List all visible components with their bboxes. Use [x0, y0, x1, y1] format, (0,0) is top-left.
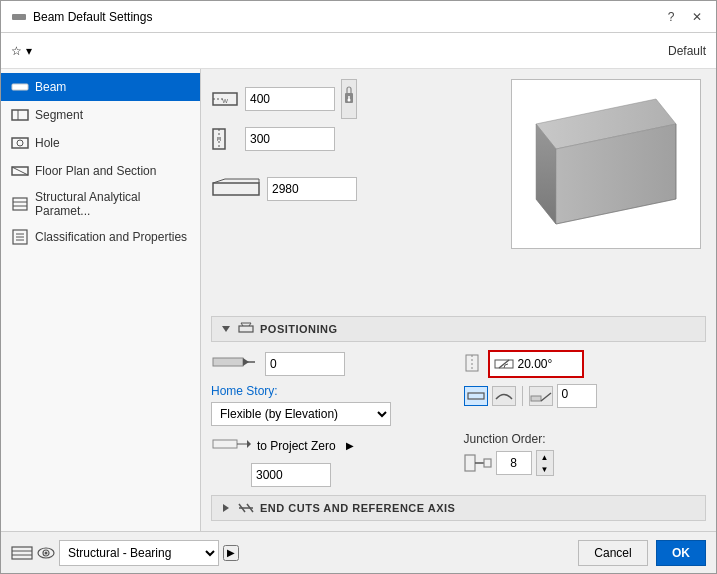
svg-rect-1 [12, 84, 28, 90]
sidebar-item-beam[interactable]: Beam [1, 73, 200, 101]
length-input[interactable] [267, 177, 357, 201]
svg-rect-25 [213, 183, 259, 195]
hole-sidebar-icon [11, 134, 29, 152]
length-row [211, 175, 501, 203]
junction-up-button[interactable]: ▲ [537, 451, 553, 463]
width-row: W [211, 79, 501, 119]
positioning-icons-row: 0 [464, 384, 707, 408]
junction-value-display: 0 [557, 384, 597, 408]
close-button[interactable]: ✕ [688, 8, 706, 26]
structural-select[interactable]: Structural - Bearing [59, 540, 219, 566]
lock-button[interactable] [341, 79, 357, 119]
end-cuts-section-icon [238, 500, 254, 516]
sidebar-item-classification[interactable]: Classification and Properties [1, 223, 200, 251]
angle-box [488, 350, 584, 378]
end-cuts-header[interactable]: END CUTS AND REFERENCE AXIS [211, 495, 706, 521]
elevation2-row [211, 463, 454, 487]
pos-icon-slope[interactable] [529, 386, 553, 406]
angle-icon [494, 354, 514, 374]
beam-preview [511, 79, 701, 249]
floor-plan-sidebar-icon [11, 162, 29, 180]
title-bar-left: Beam Default Settings [11, 9, 152, 25]
title-icon [11, 9, 27, 25]
header-bar: ☆ ▾ Default [1, 33, 716, 69]
top-section: W [211, 79, 706, 308]
positioning-section-label: POSITIONING [260, 323, 338, 335]
sidebar-item-hole[interactable]: Hole [1, 129, 200, 157]
sidebar-label-beam: Beam [35, 80, 66, 94]
pos-icon-flat[interactable] [464, 386, 488, 406]
footer-left: Structural - Bearing ▶ [11, 540, 239, 566]
positioning-header[interactable]: POSITIONING [211, 316, 706, 342]
footer-bar: Structural - Bearing ▶ Cancel OK [1, 531, 716, 573]
svg-marker-42 [243, 358, 249, 366]
project-zero-icon [211, 432, 251, 459]
sidebar-item-floor-plan[interactable]: Floor Plan and Section [1, 157, 200, 185]
icon-separator [522, 386, 523, 406]
window-title: Beam Default Settings [33, 10, 152, 24]
end-cuts-expand-icon [220, 502, 232, 514]
title-bar-right: ? ✕ [662, 8, 706, 26]
svg-point-21 [348, 99, 351, 102]
cancel-button[interactable]: Cancel [578, 540, 648, 566]
elevation2-input[interactable] [251, 463, 331, 487]
svg-marker-35 [222, 326, 230, 332]
eye-icon [37, 544, 55, 562]
svg-text:H: H [217, 136, 221, 142]
svg-rect-53 [465, 455, 475, 471]
angle-col [464, 350, 707, 378]
project-zero-arrow[interactable]: ▶ [342, 438, 358, 454]
segment-sidebar-icon [11, 106, 29, 124]
home-story-select[interactable]: Flexible (by Elevation) [211, 402, 391, 426]
svg-rect-40 [213, 358, 243, 366]
angle-connector-icon [464, 351, 480, 378]
ok-button[interactable]: OK [656, 540, 706, 566]
pos-row-3: to Project Zero ▶ Junction Order: [211, 432, 706, 487]
junction-down-button[interactable]: ▼ [537, 463, 553, 475]
length-icon [211, 175, 261, 203]
sidebar-item-segment[interactable]: Segment [1, 101, 200, 129]
structural-arrow-button[interactable]: ▶ [223, 545, 239, 561]
height-icon: H [211, 125, 239, 153]
to-project-zero-label: to Project Zero [257, 439, 336, 453]
width-icon: W [211, 85, 239, 113]
favorites-button[interactable]: ☆ ▾ [11, 44, 32, 58]
positioning-collapse-icon [220, 323, 232, 335]
width-input[interactable] [245, 87, 335, 111]
footer-right: Cancel OK [578, 540, 706, 566]
elevation-icon [211, 350, 257, 377]
svg-rect-2 [12, 110, 28, 120]
main-window: Beam Default Settings ? ✕ ☆ ▾ Default Be… [0, 0, 717, 574]
svg-point-65 [45, 551, 48, 554]
sidebar-label-structural: Structural Analytical Paramet... [35, 190, 190, 218]
junction-icon [464, 451, 492, 475]
junction-spinner: ▲ ▼ [536, 450, 554, 476]
height-row: H [211, 125, 501, 153]
help-button[interactable]: ? [662, 8, 680, 26]
structural-icon [11, 542, 33, 564]
svg-rect-0 [12, 14, 26, 20]
project-zero-row: to Project Zero ▶ [211, 432, 454, 459]
home-story-col: Home Story: Flexible (by Elevation) [211, 384, 454, 426]
elevation-input[interactable] [265, 352, 345, 376]
svg-marker-52 [247, 440, 251, 448]
svg-rect-48 [531, 396, 541, 401]
sidebar-item-structural[interactable]: Structural Analytical Paramet... [1, 185, 200, 223]
default-label: Default [668, 44, 706, 58]
sidebar: Beam Segment Hole [1, 69, 201, 531]
junction-input[interactable] [496, 451, 532, 475]
svg-rect-47 [468, 393, 484, 399]
svg-rect-60 [12, 547, 32, 559]
angle-input[interactable] [518, 354, 578, 374]
pos-icon-arc[interactable] [492, 386, 516, 406]
svg-rect-36 [239, 326, 253, 332]
title-bar: Beam Default Settings ? ✕ [1, 1, 716, 33]
pos-row-2: Home Story: Flexible (by Elevation) [211, 384, 706, 426]
elevation-col [211, 350, 454, 378]
sidebar-label-classification: Classification and Properties [35, 230, 187, 244]
svg-rect-50 [213, 440, 237, 448]
sidebar-label-segment: Segment [35, 108, 83, 122]
sidebar-label-hole: Hole [35, 136, 60, 150]
height-input[interactable] [245, 127, 335, 151]
positioning-content: Home Story: Flexible (by Elevation) [211, 350, 706, 487]
